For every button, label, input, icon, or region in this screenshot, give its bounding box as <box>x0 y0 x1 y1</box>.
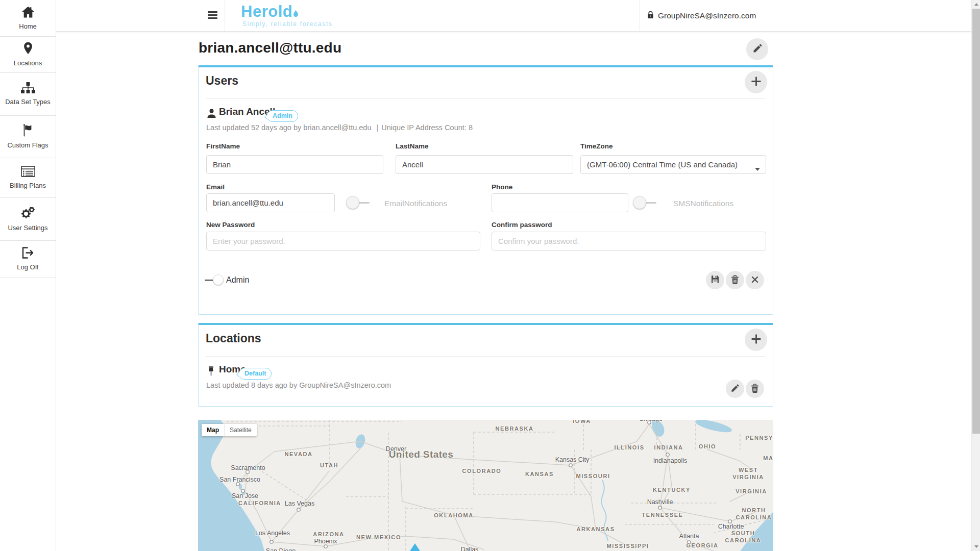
map-state-label: WEST VIRGINIA <box>729 467 768 481</box>
default-badge: Default <box>239 368 272 380</box>
admin-badge: Admin <box>267 110 298 122</box>
map-state-label: PENNSYLVANIA <box>745 435 773 441</box>
users-card: Users Brian Ancell Admin Last updated 52… <box>198 65 773 315</box>
sidebar-item-user-settings[interactable]: User Settings <box>0 198 56 241</box>
map-state-label: NORTH CAROLINA <box>734 507 773 521</box>
admin-toggle[interactable] <box>205 274 224 285</box>
map-state-label: MARYLAND <box>763 455 773 461</box>
map-state-label: COLORADO <box>462 468 502 474</box>
card-divider <box>206 356 766 357</box>
location-updated-text: Last updated 8 days ago by GroupNireSA@s… <box>206 381 391 389</box>
map-state-label: KENTUCKY <box>653 487 691 493</box>
map-city-label: Phoenix <box>314 538 337 545</box>
sidebar-item-locations[interactable]: Locations <box>0 37 56 73</box>
map-city-label: Kansas City <box>555 456 590 463</box>
sidebar-item-label: Billing Plans <box>10 182 46 189</box>
map-city-label: Los Angeles <box>255 530 290 537</box>
map-city-label: Dallas <box>461 546 479 551</box>
sidebar: Home Locations Data Set Types Custom Fla… <box>0 0 56 551</box>
map-city-label: San Jose <box>232 492 258 499</box>
account-menu[interactable]: GroupNireSA@sInzero.com <box>647 0 756 31</box>
phone-label: Phone <box>492 183 512 191</box>
map-state-label: VIRGINIA <box>736 488 767 494</box>
edit-location-button[interactable] <box>726 380 744 398</box>
updated-separator: | <box>376 123 378 132</box>
plus-icon <box>751 76 762 88</box>
topbar: Herold Simply, reliable forecasts GroupN… <box>56 0 971 32</box>
map-state-label: INDIANA <box>654 444 683 450</box>
new-password-input[interactable] <box>206 232 480 251</box>
vertical-scrollbar[interactable] <box>971 0 980 551</box>
map-city-label: Las Vegas <box>285 500 314 507</box>
email-notifications-label: EmailNotifications <box>384 199 447 208</box>
scrollbar-thumb[interactable] <box>972 9 980 434</box>
locations-card-title: Locations <box>206 332 261 345</box>
delete-user-button[interactable] <box>726 271 744 289</box>
pushpin-icon <box>207 366 215 379</box>
delete-location-button[interactable] <box>746 380 764 398</box>
map-state-label: CALIFORNIA <box>238 500 281 506</box>
hamburger-menu-icon[interactable] <box>208 11 217 20</box>
edit-page-button[interactable] <box>746 38 768 60</box>
email-label: Email <box>206 183 225 191</box>
sidebar-item-billing-plans[interactable]: Billing Plans <box>0 158 56 198</box>
scroll-down-arrow[interactable] <box>972 542 980 551</box>
admin-toggle-label: Admin <box>226 276 249 285</box>
map-city-label: Charlotte <box>718 523 744 530</box>
timezone-select[interactable]: (GMT-06:00) Central Time (US and Canada) <box>580 155 766 174</box>
email-input[interactable] <box>206 193 335 212</box>
sidebar-item-data-set-types[interactable]: Data Set Types <box>0 73 56 116</box>
map-state-label: OHIO <box>699 443 717 449</box>
confirm-password-input[interactable] <box>492 232 766 251</box>
sidebar-item-log-off[interactable]: Log Off <box>0 241 56 278</box>
trash-icon <box>751 384 759 394</box>
close-icon <box>751 276 758 285</box>
map-country-label: United States <box>389 449 454 460</box>
timezone-label: TimeZone <box>580 142 613 150</box>
page-title: brian.ancell@ttu.edu <box>199 40 341 56</box>
map-city-label: Sacramento <box>231 464 265 471</box>
gears-icon <box>20 206 35 224</box>
user-updated-text: Last updated 52 days ago by brian.ancell… <box>206 123 371 132</box>
sidebar-item-label: User Settings <box>8 224 47 232</box>
billing-icon <box>21 166 35 182</box>
map-state-label: MISSISSIPPI <box>606 543 649 549</box>
user-ip-count: Unique IP Address Count: 8 <box>381 123 473 132</box>
map-labels: IOWANEBRASKAILLINOISINDIANAOHIOPENNSYLVA… <box>198 420 773 551</box>
map-state-label: IOWA <box>573 420 591 424</box>
first-name-input[interactable] <box>206 155 383 174</box>
save-user-button[interactable] <box>706 271 724 289</box>
map-state-label: UTAH <box>320 462 338 468</box>
users-card-title: Users <box>206 74 238 88</box>
map-type-satellite-button[interactable]: Satellite <box>225 424 257 436</box>
add-location-button[interactable] <box>745 329 767 351</box>
map-state-label: GEORGIA <box>686 542 718 548</box>
scroll-up-arrow[interactable] <box>972 0 980 9</box>
home-icon <box>21 6 35 22</box>
map-city-label: Denver <box>386 445 406 453</box>
map-type-map-button[interactable]: Map <box>202 424 225 436</box>
email-notifications-toggle[interactable] <box>346 196 373 209</box>
flag-icon <box>22 124 34 141</box>
map-city-label: San Diego <box>266 547 296 551</box>
sms-notifications-toggle[interactable] <box>633 196 659 209</box>
map-state-label: TENNESSEE <box>642 512 683 518</box>
close-user-button[interactable] <box>746 271 764 289</box>
map-city-label: San Francisco <box>219 476 260 483</box>
new-password-label: New Password <box>206 221 255 229</box>
map-state-label: NEVADA <box>284 451 312 457</box>
map-state-label: SOUTH CAROLINA <box>724 530 763 544</box>
phone-input[interactable] <box>492 193 628 212</box>
confirm-password-label: Confirm password <box>492 221 552 229</box>
map-state-label: ARIZONA <box>313 531 344 537</box>
sidebar-item-home[interactable]: Home <box>0 0 56 37</box>
person-icon <box>207 108 216 120</box>
user-updated-line: Last updated 52 days ago by brian.ancell… <box>206 123 473 132</box>
add-user-button[interactable] <box>745 71 767 93</box>
last-name-input[interactable] <box>396 155 573 174</box>
app-logo: Herold Simply, reliable forecasts <box>241 4 333 28</box>
location-map[interactable]: IOWANEBRASKAILLINOISINDIANAOHIOPENNSYLVA… <box>198 420 773 551</box>
sidebar-item-custom-flags[interactable]: Custom Flags <box>0 116 56 158</box>
card-divider <box>206 98 766 99</box>
first-name-label: FirstName <box>206 142 240 150</box>
